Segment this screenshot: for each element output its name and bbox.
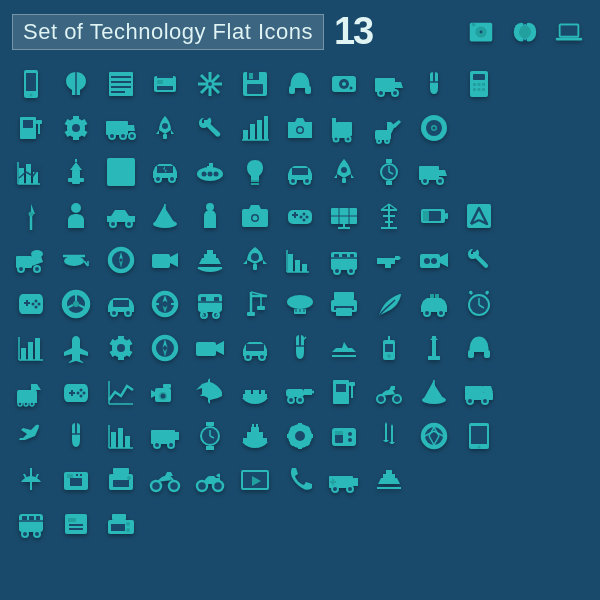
bulldozer-icon: [10, 371, 52, 413]
compass3-icon: [144, 327, 186, 369]
svg-rect-216: [201, 297, 206, 301]
mouse2-icon: [279, 327, 321, 369]
sedan-car-icon: [279, 151, 321, 193]
steering-wheel-icon: [55, 283, 97, 325]
cd-disc-icon: [413, 107, 455, 149]
svg-point-93: [169, 176, 175, 182]
svg-rect-319: [206, 446, 214, 450]
svg-rect-22: [157, 86, 173, 90]
svg-rect-330: [298, 423, 302, 429]
compass2-icon: [144, 283, 186, 325]
person-icon: [55, 195, 97, 237]
cameraman-icon: [144, 371, 186, 413]
svg-rect-249: [35, 338, 40, 360]
svg-point-307: [482, 398, 488, 404]
car3-icon: [234, 327, 276, 369]
svg-point-122: [110, 221, 116, 227]
camera2-icon: [234, 195, 276, 237]
svg-point-357: [127, 476, 131, 480]
empty8: [547, 151, 589, 193]
svg-rect-292: [286, 389, 304, 397]
svg-point-288: [161, 394, 166, 399]
svg-point-380: [34, 531, 40, 537]
empty10: [547, 195, 589, 237]
svg-point-367: [332, 486, 338, 492]
empty2: [547, 63, 589, 105]
empty20: [547, 415, 589, 457]
svg-point-119: [71, 203, 81, 213]
monument-icon: [413, 327, 455, 369]
svg-rect-312: [111, 432, 116, 448]
svg-point-3: [480, 30, 483, 33]
gear2-icon: [100, 327, 142, 369]
svg-point-28: [207, 81, 213, 87]
svg-point-115: [422, 178, 428, 184]
empty11: [502, 239, 544, 281]
empty25: [144, 503, 186, 545]
svg-point-280: [82, 392, 85, 395]
hard-drive-icon: [323, 63, 365, 105]
svg-point-41: [392, 90, 398, 96]
svg-rect-109: [386, 181, 392, 185]
svg-rect-377: [29, 516, 34, 520]
cement-truck-icon: [10, 239, 52, 281]
empty16: [547, 327, 589, 369]
copy-machine-icon: [100, 459, 142, 501]
svg-rect-240: [435, 294, 439, 298]
svg-rect-298: [349, 382, 355, 386]
svg-rect-248: [28, 342, 33, 360]
svg-rect-62: [163, 134, 167, 139]
svg-point-329: [295, 431, 305, 441]
delivery-truck-icon: [100, 107, 142, 149]
truck-icon: [368, 63, 410, 105]
sailboat-icon: [144, 195, 186, 237]
svg-rect-289: [245, 390, 251, 394]
police-car-icon: [413, 283, 455, 325]
missiles-icon: [368, 415, 410, 457]
svg-point-98: [202, 172, 207, 177]
svg-rect-324: [247, 432, 263, 438]
svg-rect-239: [430, 294, 434, 298]
pickup-truck-icon: [100, 195, 142, 237]
svg-point-75: [346, 137, 351, 142]
svg-point-316: [154, 442, 160, 448]
svg-rect-102: [251, 183, 259, 185]
chart-list-icon: [100, 63, 142, 105]
smartphone-icon: [10, 63, 52, 105]
svg-point-294: [288, 397, 294, 403]
empty12: [547, 239, 589, 281]
copy-machine2-icon: [100, 503, 142, 545]
svg-rect-214: [198, 294, 222, 312]
submarine-icon: [189, 151, 231, 193]
svg-rect-101: [251, 180, 259, 182]
svg-point-106: [341, 167, 347, 173]
airplane-icon: [55, 327, 97, 369]
bar-chart3-icon: [10, 327, 52, 369]
svg-rect-356: [113, 468, 129, 474]
svg-rect-351: [67, 474, 73, 478]
crane-icon: [234, 283, 276, 325]
svg-rect-177: [288, 254, 293, 272]
empty31: [413, 503, 455, 545]
svg-rect-64: [250, 124, 255, 140]
bar-chart-icon: [234, 107, 276, 149]
svg-rect-286: [163, 384, 171, 388]
svg-point-4: [472, 22, 476, 26]
ambulance-icon: [323, 459, 365, 501]
svg-rect-66: [264, 116, 268, 140]
gamepad-icon: [279, 195, 321, 237]
svg-point-301: [393, 395, 401, 403]
mouse-icon: [413, 63, 455, 105]
svg-rect-176: [253, 264, 257, 270]
electric-car-icon: [144, 151, 186, 193]
walkie-talkie-icon: [368, 327, 410, 369]
svg-point-58: [109, 133, 115, 139]
plane-takeoff-icon: [10, 415, 52, 457]
tablet-icon: [458, 415, 500, 457]
svg-rect-18: [111, 86, 131, 88]
svg-point-388: [126, 522, 130, 526]
airport-icon: [10, 459, 52, 501]
svg-point-197: [35, 306, 38, 309]
zeppelin-icon: [279, 283, 321, 325]
svg-rect-265: [385, 344, 393, 352]
